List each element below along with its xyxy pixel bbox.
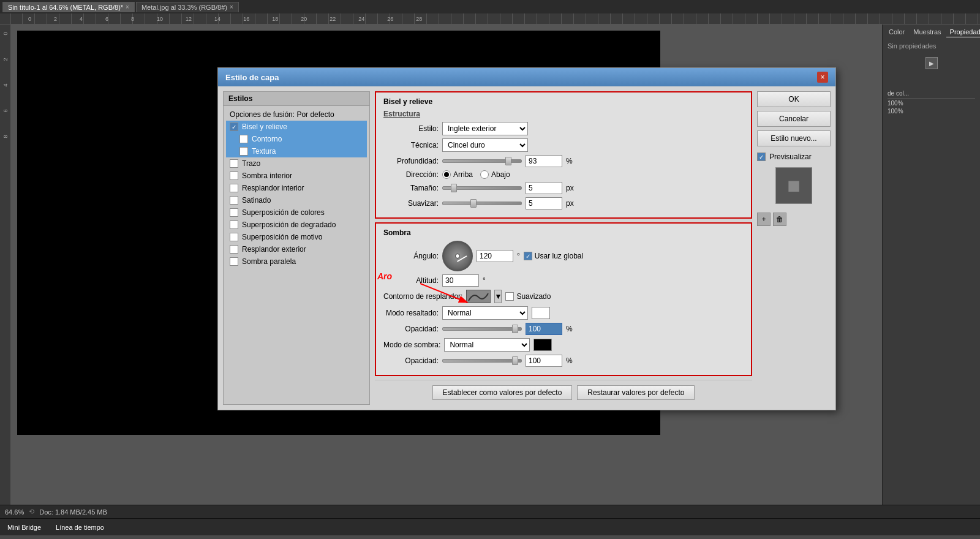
modo-sombra-color[interactable] [533,339,552,351]
profundidad-slider[interactable] [442,159,522,163]
tab-1-close[interactable]: × [230,4,233,10]
ruler-vertical: 0 2 4 6 8 [0,24,11,505]
opacidad2-slider[interactable] [442,359,522,363]
profundidad-thumb[interactable] [505,157,511,165]
fusion-options[interactable]: Opciones de fusión: Por defecto [226,108,367,121]
modo-resaltado-select[interactable]: Normal [442,306,528,320]
direccion-row: Dirección: Arriba Abajo [383,170,744,179]
suavizar-input[interactable] [526,197,562,209]
angulo-row: Ángulo: ° ✓ Usar luz global [383,241,744,271]
opacidad1-unit: % [566,325,573,333]
opacidad2-input[interactable] [526,355,562,367]
estilo-label: Estilo: [383,124,439,133]
superp-col-checkbox[interactable] [230,208,238,217]
effect-superp-degradado[interactable]: Superposición de degradado [226,219,367,231]
suavizar-thumb[interactable] [470,199,477,208]
resp-int-checkbox[interactable] [230,184,238,192]
panel-tab-muestras[interactable]: Muestras [910,27,944,37]
dialog-close-button[interactable]: × [817,72,828,83]
tamanio-thumb[interactable] [451,184,457,192]
suavizado-checkbox[interactable] [505,292,514,301]
mini-bridge-tab[interactable]: Mini Bridge [5,522,43,532]
effects-title: Estilos [224,92,369,106]
cancel-button[interactable]: Cancelar [757,111,831,127]
angulo-input[interactable] [477,250,513,262]
ruler-h-marks: 0 2 4 6 8 10 12 14 16 18 20 22 24 26 28 [22,13,980,24]
timeline-tab[interactable]: Línea de tiempo [53,522,107,532]
effect-trazo[interactable]: Trazo [226,157,367,170]
layer-info: de col... 100% 100% [885,88,978,117]
radio-arriba[interactable]: Arriba [442,170,473,179]
profundidad-row: Profundidad: % [383,155,744,167]
tamanio-unit: px [566,184,574,192]
panel-play-btn[interactable]: ▶ [885,57,978,69]
contorno-dropdown-btn[interactable]: ▼ [494,290,502,303]
usar-luz-global-label[interactable]: ✓ Usar luz global [524,252,583,260]
trazo-checkbox[interactable] [230,159,238,168]
sombra-int-checkbox[interactable] [230,172,238,180]
effect-satinado[interactable]: Satinado [226,194,367,206]
superp-mot-checkbox[interactable] [230,233,238,241]
delete-layer-btn[interactable]: 🗑 [773,213,786,226]
satinado-checkbox[interactable] [230,196,238,205]
tamanio-input[interactable] [526,182,562,194]
effects-panel: Estilos Opciones de fusión: Por defecto … [223,91,370,405]
effect-sombra-paralela[interactable]: Sombra paralela [226,255,367,268]
radio-abajo-dot[interactable] [480,170,489,179]
resp-ext-checkbox[interactable] [230,245,238,254]
opacidad2-row: Opacidad: % [383,355,744,367]
effect-superp-colores[interactable]: Superposición de colores [226,206,367,219]
add-layer-btn[interactable]: + [757,213,771,226]
usar-luz-global-checkbox[interactable]: ✓ [524,252,532,260]
effect-resplandor-exterior[interactable]: Resplandor exterior [226,243,367,255]
opacidad1-input[interactable] [526,323,562,335]
bisel-checkbox[interactable]: ✓ [230,123,238,131]
estilo-nuevo-button[interactable]: Estilo nuevo... [757,130,831,146]
aro-text: Aro [377,271,392,281]
tab-0-close[interactable]: × [126,4,129,10]
suavizar-label: Suavizar: [383,199,439,208]
bisel-label: Bisel y relieve [242,123,287,131]
opacidad1-slider[interactable] [442,327,522,331]
modo-sombra-select[interactable]: Normal [444,338,530,352]
status-bar: 64.6% ⟲ Doc: 1.84 MB/2.45 MB [0,505,980,518]
effect-textura[interactable]: Textura [226,145,367,157]
superp-deg-checkbox[interactable] [230,221,238,229]
resp-ext-label: Resplandor exterior [242,245,306,254]
panel-tab-propiedades[interactable]: Propiedades [946,27,980,37]
tecnica-select[interactable]: Cincel duro [442,138,528,152]
tab-1[interactable]: Metal.jpg al 33.3% (RGB/8#) × [136,2,239,12]
dialog-footer: Establecer como valores por defecto Rest… [375,380,752,405]
tab-0[interactable]: Sin título-1 al 64.6% (METAL, RGB/8)* × [2,2,135,12]
tab-1-label: Metal.jpg al 33.3% (RGB/8#) [141,4,227,11]
effect-resplandor-interior[interactable]: Resplandor interior [226,182,367,194]
suavizado-label[interactable]: Suavizado [505,292,551,301]
opacidad2-thumb[interactable] [512,356,518,365]
bisel-sub-title: Estructura [383,110,744,118]
profundidad-input[interactable] [526,155,562,167]
estilo-select[interactable]: Inglete exterior [442,122,528,135]
tamanio-slider[interactable] [442,186,522,190]
opacidad1-thumb[interactable] [512,325,518,333]
resp-int-label: Resplandor interior [242,184,304,192]
restaurar-btn[interactable]: Restaurar valores por defecto [577,385,695,400]
modo-resaltado-color[interactable] [532,307,550,319]
effect-superp-motivo[interactable]: Superposición de motivo [226,231,367,243]
effect-sombra-interior[interactable]: Sombra interior [226,170,367,182]
radio-arriba-dot[interactable] [442,170,451,179]
effect-contorno[interactable]: Contorno [226,133,367,145]
panel-tab-color[interactable]: Color [885,27,908,37]
effect-bisel[interactable]: ✓ Bisel y relieve [226,121,367,133]
tabs-bar: Sin título-1 al 64.6% (METAL, RGB/8)* × … [0,0,980,13]
textura-checkbox[interactable] [239,147,248,156]
angle-wheel[interactable] [442,241,473,271]
radio-abajo[interactable]: Abajo [480,170,510,179]
suavizar-slider[interactable] [442,202,522,205]
layer-style-dialog: Estilo de capa × Estilos Opciones de fus… [217,67,836,410]
previsualizar-checkbox[interactable]: ✓ [757,153,766,161]
ok-button[interactable]: OK [757,91,831,107]
establecer-btn[interactable]: Establecer como valores por defecto [432,385,573,400]
contorno-checkbox[interactable] [239,135,248,143]
textura-label: Textura [252,147,276,156]
sombra-par-checkbox[interactable] [230,257,238,266]
